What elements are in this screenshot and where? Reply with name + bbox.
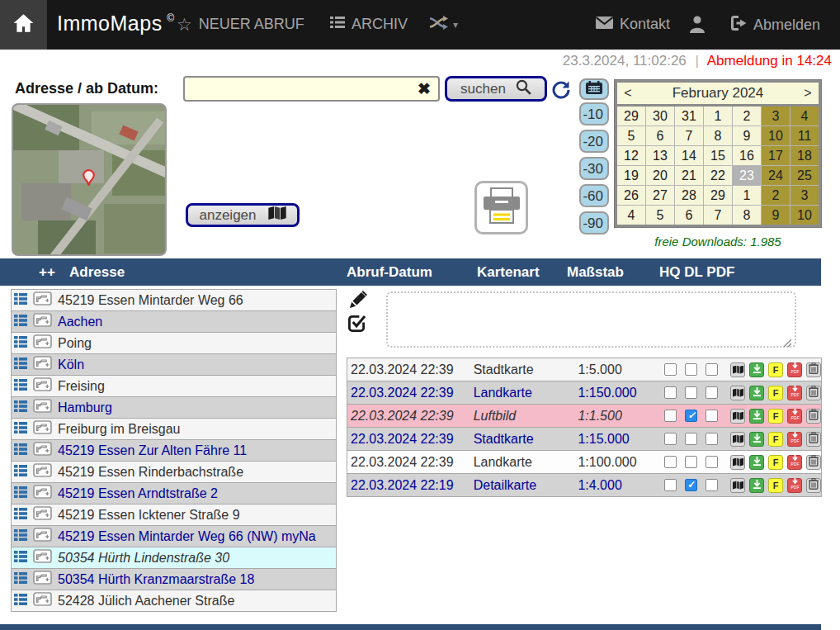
address-label[interactable]: 45219 Essen Zur Alten Fähre 11 — [58, 443, 247, 458]
quick-days-button[interactable]: -20 — [579, 130, 609, 153]
calendar-day[interactable]: 26 — [617, 186, 645, 205]
address-label[interactable]: 45219 Essen Arndtstraße 2 — [58, 486, 218, 501]
record-abruf-datum[interactable]: 22.03.2024 22:39 — [347, 409, 474, 424]
calendar-day[interactable]: 29 — [704, 186, 732, 205]
calendar-day[interactable]: 28 — [675, 186, 703, 205]
calendar-day[interactable]: 11 — [790, 126, 819, 145]
hq-download-button[interactable] — [749, 478, 764, 493]
address-list-item[interactable]: Aachen — [11, 310, 337, 333]
record-kartenart[interactable]: Landkarte — [474, 455, 578, 470]
record-massstab[interactable]: 1:15.000 — [578, 432, 664, 447]
hq-download-button[interactable] — [749, 432, 764, 447]
record-kartenart[interactable]: Stadtkarte — [474, 362, 578, 377]
nav-abmelden[interactable]: Abmelden — [731, 16, 820, 35]
show-map-button[interactable] — [730, 362, 745, 377]
address-list-item[interactable]: Köln — [11, 353, 337, 376]
folder-add-icon[interactable] — [33, 549, 52, 566]
list-icon[interactable] — [14, 486, 27, 501]
folder-add-icon[interactable] — [33, 442, 52, 459]
select-all-button[interactable] — [348, 315, 366, 335]
calendar-day[interactable]: 5 — [617, 126, 645, 145]
dl-checkbox[interactable] — [685, 386, 697, 399]
record-massstab[interactable]: 1:5.000 — [578, 362, 664, 377]
calendar-day[interactable]: 6 — [675, 206, 703, 225]
calendar-next-button[interactable]: > — [797, 86, 819, 101]
nav-shuffle-menu[interactable]: ▾ — [429, 16, 458, 34]
quick-days-button[interactable]: -10 — [579, 102, 609, 126]
show-map-button[interactable] — [730, 409, 745, 424]
folder-add-icon[interactable] — [33, 399, 52, 416]
calendar-day[interactable]: 17 — [762, 146, 790, 165]
delete-record-button[interactable] — [806, 432, 821, 447]
record-abruf-datum[interactable]: 22.03.2024 22:39 — [347, 386, 474, 400]
user-profile-button[interactable] — [690, 16, 705, 37]
pdf-download-button[interactable]: PDF — [787, 455, 802, 470]
delete-record-button[interactable] — [806, 386, 821, 400]
address-list-item[interactable]: 45219 Essen Icktener Straße 9 — [11, 504, 337, 526]
format-f-button[interactable]: F — [768, 386, 783, 400]
pdf-checkbox[interactable] — [706, 410, 718, 422]
delete-record-button[interactable] — [806, 455, 821, 470]
list-icon[interactable] — [14, 379, 27, 394]
refresh-button[interactable] — [551, 80, 571, 100]
calendar-toggle-button[interactable] — [579, 78, 609, 100]
map-preview-thumbnail[interactable] — [12, 103, 167, 256]
quick-days-button[interactable]: -60 — [579, 184, 609, 207]
delete-record-button[interactable] — [806, 409, 821, 424]
address-label[interactable]: Köln — [58, 358, 84, 372]
calendar-day[interactable]: 3 — [790, 186, 819, 205]
list-icon[interactable] — [14, 422, 27, 437]
address-label[interactable]: 52428 Jülich Aachener Straße — [58, 594, 234, 609]
pdf-download-button[interactable]: PDF — [787, 432, 802, 447]
quick-days-button[interactable]: -90 — [579, 211, 609, 234]
record-massstab[interactable]: 1:100.000 — [578, 455, 664, 470]
list-icon[interactable] — [14, 594, 27, 609]
address-list-item[interactable]: 50354 Hürth Lindenstraße 30 — [11, 547, 337, 569]
calendar-day[interactable]: 9 — [733, 126, 761, 145]
calendar-day[interactable]: 4 — [617, 206, 645, 225]
hq-checkbox[interactable] — [664, 479, 677, 491]
calendar-day[interactable]: 15 — [704, 146, 732, 165]
address-label[interactable]: 45219 Essen Mintarder Weg 66 — [58, 293, 243, 308]
hq-download-button[interactable] — [749, 455, 764, 470]
calendar-day[interactable]: 30 — [646, 107, 674, 126]
folder-add-icon[interactable] — [33, 592, 52, 609]
record-massstab[interactable]: 1:4.000 — [578, 478, 664, 493]
hq-checkbox[interactable] — [664, 363, 677, 376]
expand-all-button[interactable]: ++ — [39, 264, 55, 281]
calendar-day[interactable]: 12 — [617, 146, 645, 165]
folder-add-icon[interactable] — [33, 334, 52, 352]
hq-download-button[interactable] — [749, 409, 764, 424]
record-massstab[interactable]: 1:1.500 — [578, 409, 664, 424]
folder-add-icon[interactable] — [33, 420, 52, 438]
pdf-checkbox[interactable] — [706, 456, 718, 468]
address-list-item[interactable]: Hamburg — [11, 396, 337, 419]
calendar-day[interactable]: 16 — [733, 146, 761, 165]
folder-add-icon[interactable] — [33, 571, 52, 588]
dl-checkbox[interactable] — [685, 479, 697, 491]
list-icon[interactable] — [14, 293, 27, 308]
hq-checkbox[interactable] — [664, 433, 677, 445]
address-label[interactable]: 50354 Hürth Kranzmaarstraße 18 — [58, 572, 254, 587]
suchen-button[interactable]: suchen — [445, 76, 547, 102]
calendar-day[interactable]: 23 — [733, 166, 761, 185]
show-map-button[interactable] — [730, 432, 745, 447]
folder-add-icon[interactable] — [33, 528, 52, 545]
address-list-item[interactable]: 52428 Jülich Aachener Straße — [11, 590, 337, 612]
list-icon[interactable] — [14, 508, 27, 523]
list-icon[interactable] — [14, 529, 27, 544]
calendar-day[interactable]: 1 — [704, 107, 732, 126]
calendar-day[interactable]: 19 — [617, 166, 645, 185]
address-list-item[interactable]: 45219 Essen Rinderbachstraße — [11, 461, 337, 483]
pdf-checkbox[interactable] — [706, 363, 718, 376]
address-list-item[interactable]: Freiburg im Breisgau — [11, 418, 337, 440]
record-abruf-datum[interactable]: 22.03.2024 22:39 — [347, 432, 474, 447]
address-list-item[interactable]: Freising — [11, 375, 337, 397]
calendar-day[interactable]: 10 — [762, 126, 790, 145]
address-list-item[interactable]: Poing — [11, 332, 337, 354]
address-list-item[interactable]: 45219 Essen Mintarder Weg 66 — [11, 289, 337, 311]
home-button[interactable] — [0, 0, 47, 50]
hq-download-button[interactable] — [749, 362, 764, 377]
record-abruf-datum[interactable]: 22.03.2024 22:39 — [347, 455, 474, 470]
calendar-day[interactable]: 29 — [617, 107, 645, 126]
